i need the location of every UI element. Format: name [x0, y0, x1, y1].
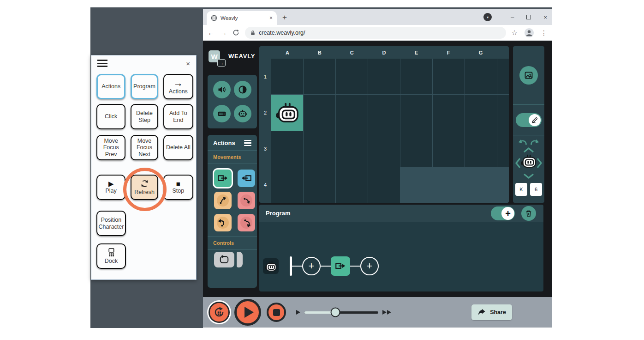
turn-right-45-block[interactable]: [238, 192, 255, 209]
scene-cell[interactable]: [304, 95, 335, 130]
stop-button[interactable]: [267, 303, 286, 322]
speed-slider[interactable]: [296, 310, 391, 315]
speed-slider-thumb[interactable]: [331, 308, 340, 317]
actions-menu-icon[interactable]: [244, 140, 251, 146]
scene-cell[interactable]: [497, 95, 509, 130]
position-row-input[interactable]: 6: [530, 183, 542, 196]
reset-button[interactable]: [209, 302, 230, 323]
scene-cell[interactable]: [497, 131, 509, 167]
character-select-button[interactable]: [234, 105, 251, 122]
turn-right-90-block[interactable]: [238, 214, 255, 231]
scene-cell[interactable]: [433, 95, 465, 130]
profile-avatar-icon[interactable]: [524, 28, 534, 38]
scene-cell[interactable]: [336, 95, 368, 130]
menu-button-move-focus-next[interactable]: Move Focus Next: [131, 135, 158, 160]
add-node-toggle[interactable]: +: [491, 206, 515, 220]
menu-button-click[interactable]: Click: [96, 104, 125, 129]
menu-button-dock[interactable]: Dock: [96, 243, 126, 269]
scene-cell[interactable]: [304, 59, 335, 94]
scene-cell[interactable]: [368, 59, 400, 94]
scene-cell[interactable]: [271, 167, 303, 203]
audio-feedback-button[interactable]: [213, 81, 231, 98]
position-column-input[interactable]: K: [515, 183, 527, 196]
turn-left-45-icon: [217, 195, 228, 206]
scene-cell-character[interactable]: [271, 95, 303, 130]
menu-button-actions[interactable]: Actions: [96, 74, 125, 99]
turn-left-90-block[interactable]: [214, 214, 232, 231]
scene-cell[interactable]: [433, 59, 465, 94]
new-tab-button[interactable]: +: [282, 13, 287, 21]
redo-icon[interactable]: [530, 139, 540, 146]
move-forward-block[interactable]: [214, 170, 232, 187]
reload-icon[interactable]: [233, 29, 239, 36]
scene-cell[interactable]: [336, 131, 368, 167]
move-down-button[interactable]: [523, 173, 535, 179]
play-icon: ▶: [108, 180, 114, 187]
scene-cell[interactable]: [271, 131, 303, 167]
scene-cell[interactable]: [304, 131, 335, 167]
move-left-button[interactable]: [515, 157, 521, 169]
scene-cell[interactable]: [336, 59, 368, 94]
scene-cell[interactable]: [368, 131, 400, 167]
menu-icon[interactable]: [97, 60, 107, 67]
scene-cell[interactable]: [465, 95, 497, 130]
program-character-thumbnail[interactable]: [263, 258, 279, 274]
bookmark-star-icon[interactable]: ☆: [512, 29, 518, 37]
scene-cell[interactable]: [368, 95, 400, 130]
close-window-button[interactable]: ×: [543, 14, 547, 20]
scene-cell[interactable]: [368, 167, 400, 203]
scene-cell[interactable]: [465, 131, 497, 167]
menu-button-refresh[interactable]: Refresh: [131, 175, 158, 200]
add-step-button[interactable]: +: [360, 257, 379, 275]
loop-block[interactable]: [214, 252, 234, 267]
scene-cell[interactable]: [336, 167, 368, 203]
scene-cell[interactable]: [497, 59, 509, 94]
turn-left-45-block[interactable]: [214, 192, 232, 209]
menu-button-position-character[interactable]: Position Character: [96, 211, 126, 236]
program-step-forward[interactable]: [331, 256, 350, 276]
move-backward-block[interactable]: [238, 170, 255, 187]
delete-all-program-button[interactable]: [521, 206, 536, 221]
loop-end-block[interactable]: [237, 252, 243, 267]
scene-cell[interactable]: [271, 59, 303, 94]
weavly-app: W → WEAVLY: [203, 41, 552, 297]
browser-tab[interactable]: Weavly ×: [207, 11, 277, 25]
menu-button-add-to-end[interactable]: Add To End: [163, 104, 193, 129]
keyboard-shortcuts-button[interactable]: [213, 105, 231, 122]
chrome-status-icon[interactable]: ▾: [483, 13, 492, 21]
move-up-button[interactable]: [523, 147, 535, 153]
menu-button-delete-all[interactable]: Delete All: [163, 135, 193, 160]
browser-toolbar: ← → create.weavly.org/ ☆ ⋮: [203, 25, 552, 41]
menu-button-move-focus-prev[interactable]: Move Focus Prev: [96, 135, 125, 160]
tab-close-icon[interactable]: ×: [269, 15, 273, 21]
add-step-button[interactable]: +: [302, 257, 321, 275]
close-icon[interactable]: ×: [186, 60, 190, 67]
chrome-menu-icon[interactable]: ⋮: [541, 29, 547, 36]
scene-cell[interactable]: [465, 59, 497, 94]
menu-button-program[interactable]: Program: [131, 74, 158, 99]
robot-character: [276, 102, 299, 123]
menu-button-goto-actions[interactable]: →Actions: [163, 74, 193, 99]
url-bar[interactable]: create.weavly.org/: [245, 27, 506, 39]
weavly-logo-text: WEAVLY: [228, 53, 255, 60]
menu-button-delete-step[interactable]: Delete Step: [131, 104, 158, 129]
share-button[interactable]: Share: [471, 304, 512, 320]
menu-button-play[interactable]: ▶Play: [96, 175, 125, 200]
character-draw-toggle[interactable]: [516, 113, 542, 127]
undo-icon[interactable]: [517, 139, 527, 146]
back-button[interactable]: ←: [208, 29, 215, 36]
forward-button[interactable]: →: [220, 29, 227, 36]
minimize-button[interactable]: –: [511, 14, 514, 20]
maximize-button[interactable]: [526, 15, 531, 19]
theme-contrast-button[interactable]: [234, 81, 251, 98]
menu-button-stop[interactable]: ■Stop: [163, 175, 193, 200]
scene-cell[interactable]: [400, 95, 432, 130]
scene-cell[interactable]: [433, 131, 465, 167]
move-right-button[interactable]: [537, 157, 543, 169]
scene-cell[interactable]: [400, 59, 432, 94]
speed-slider-track[interactable]: [304, 311, 378, 314]
play-button[interactable]: [234, 299, 261, 326]
scene-cell[interactable]: [400, 131, 432, 167]
scene-background-button[interactable]: [519, 66, 538, 85]
scene-cell[interactable]: [304, 167, 335, 203]
